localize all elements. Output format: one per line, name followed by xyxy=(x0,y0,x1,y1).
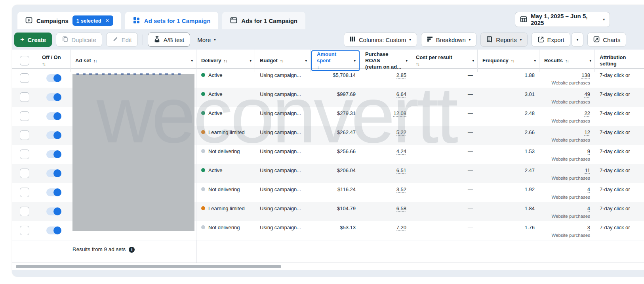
ad-set-toggle[interactable] xyxy=(46,207,61,215)
amount-spent-cell: $262.47 xyxy=(311,126,360,145)
roas-value[interactable]: 7.20 xyxy=(396,225,406,230)
chevron-down-icon: ▾ xyxy=(469,38,471,42)
chevron-down-icon[interactable]: ▾ xyxy=(191,59,193,63)
ad-set-toggle[interactable] xyxy=(46,74,61,82)
cost-per-result-cell: — xyxy=(411,164,478,183)
column-header-delivery[interactable]: Delivery↑↓ ▾ xyxy=(196,50,255,72)
row-checkbox[interactable] xyxy=(20,150,29,159)
chevron-down-icon[interactable]: ▾ xyxy=(250,59,252,63)
column-header-budget[interactable]: Budget↑↓ ▾ xyxy=(255,50,311,72)
column-header-amount-spent[interactable]: Amount spent ↓ ▾ xyxy=(311,50,360,71)
more-label: More xyxy=(197,36,211,43)
export-options-button[interactable]: ▾ xyxy=(572,33,584,47)
ad-set-toggle[interactable] xyxy=(46,226,61,234)
row-checkbox[interactable] xyxy=(20,207,29,216)
column-header-frequency[interactable]: Frequency↑↓ ▾ xyxy=(478,50,539,72)
results-value[interactable]: 11 xyxy=(585,167,591,173)
row-checkbox[interactable] xyxy=(20,130,29,140)
attribution-label: Attribution setting xyxy=(600,54,634,67)
ab-test-button[interactable]: A/B test xyxy=(148,33,191,47)
column-header-attribution[interactable]: Attribution setting xyxy=(595,50,644,72)
row-checkbox[interactable] xyxy=(20,111,29,121)
frequency-cell: 2.66 xyxy=(478,126,539,145)
chevron-down-icon[interactable]: ▾ xyxy=(406,59,408,63)
row-checkbox[interactable] xyxy=(20,226,29,235)
roas-value[interactable]: 5.22 xyxy=(396,129,406,135)
status-dot xyxy=(201,187,205,191)
ad-set-toggle[interactable] xyxy=(46,112,61,120)
tab-campaigns-label: Campaigns xyxy=(36,17,69,24)
attribution-cell: 7-day click or xyxy=(595,107,644,126)
status-dot xyxy=(201,111,205,115)
roas-value[interactable]: 6.51 xyxy=(396,167,406,173)
roas-value[interactable]: 3.52 xyxy=(396,186,406,192)
results-cell: 11Website purchases xyxy=(539,164,595,183)
cost-per-result-cell: — xyxy=(411,126,478,145)
tab-campaigns[interactable]: Campaigns 1 selected ✕ xyxy=(17,12,121,29)
tab-ads-label: Ads for 1 Campaign xyxy=(241,17,297,24)
reports-button[interactable]: Reports ▾ xyxy=(480,33,528,47)
export-icon xyxy=(537,36,544,44)
cost-per-result-cell: — xyxy=(411,183,478,202)
frequency-cell: 1.76 xyxy=(478,221,539,240)
duplicate-button[interactable]: Duplicate xyxy=(56,33,102,47)
breakdown-button[interactable]: Breakdown ▾ xyxy=(421,33,477,47)
horizontal-scrollbar-track[interactable] xyxy=(12,263,644,270)
row-checkbox[interactable] xyxy=(20,73,29,83)
ad-set-toggle[interactable] xyxy=(46,188,61,196)
roas-value[interactable]: 4.24 xyxy=(396,148,406,154)
chevron-down-icon[interactable]: ▾ xyxy=(589,59,591,63)
chevron-down-icon[interactable]: ▾ xyxy=(534,59,536,63)
column-header-cost-per-result[interactable]: Cost per result ↑↓ ▾ xyxy=(411,50,478,72)
clear-selection-icon[interactable]: ✕ xyxy=(105,18,109,23)
results-value[interactable]: 3 xyxy=(587,225,590,230)
roas-value[interactable]: 2.85 xyxy=(396,72,406,78)
columns-button[interactable]: Columns: Custom ▾ xyxy=(344,33,417,47)
row-checkbox[interactable] xyxy=(20,92,29,102)
results-value[interactable]: 4 xyxy=(587,205,590,211)
horizontal-scrollbar-thumb[interactable] xyxy=(16,265,281,268)
sort-icon: ↑↓ xyxy=(42,61,61,67)
ad-set-toggle[interactable] xyxy=(46,93,61,101)
tab-bar: Campaigns 1 selected ✕ Ad sets for 1 Cam… xyxy=(17,12,305,29)
roas-value[interactable]: 12.08 xyxy=(393,110,406,116)
sort-icon: ↑↓ xyxy=(565,58,569,64)
results-value[interactable]: 12 xyxy=(585,129,590,135)
ad-set-toggle[interactable] xyxy=(46,131,61,139)
info-icon[interactable]: i xyxy=(129,247,135,253)
export-button[interactable]: Export xyxy=(532,33,570,47)
chevron-down-icon[interactable]: ▾ xyxy=(472,59,474,63)
results-value[interactable]: 9 xyxy=(587,148,590,154)
chevron-down-icon[interactable]: ▾ xyxy=(305,59,307,63)
column-header-ad-set[interactable]: Ad set↑↓ ▾ xyxy=(70,50,196,72)
cost-per-result-cell: — xyxy=(411,202,478,221)
ad-set-toggle[interactable] xyxy=(46,150,61,158)
charts-button[interactable]: Charts xyxy=(587,33,626,47)
results-value[interactable]: 22 xyxy=(585,110,590,116)
results-value[interactable]: 138 xyxy=(581,72,590,78)
edit-button[interactable]: Edit xyxy=(106,33,138,47)
column-header-off-on[interactable]: Off / On ↑↓ xyxy=(37,50,70,72)
budget-cell: Using campaign... xyxy=(255,107,311,126)
tab-ads[interactable]: Ads for 1 Campaign xyxy=(222,12,305,29)
more-button[interactable]: More ▾ xyxy=(194,33,219,47)
chevron-down-icon[interactable]: ▾ xyxy=(354,59,356,63)
date-range-button[interactable]: May 1, 2025 – Jun 5, 2025 ▾ xyxy=(515,12,610,27)
redacted-ad-set-names xyxy=(72,74,194,231)
cost-per-result-cell: — xyxy=(411,107,478,126)
results-subtext: Website purchases xyxy=(544,175,590,182)
ad-set-toggle[interactable] xyxy=(46,169,61,177)
select-all-checkbox[interactable] xyxy=(20,56,29,65)
row-checkbox[interactable] xyxy=(20,169,29,178)
tab-ad-sets[interactable]: Ad sets for 1 Campaign xyxy=(125,12,219,29)
results-value[interactable]: 4 xyxy=(587,186,590,192)
create-button[interactable]: + Create xyxy=(14,33,52,47)
roas-value[interactable]: 6.58 xyxy=(396,205,406,211)
delivery-cell: Active xyxy=(196,88,255,107)
roas-value[interactable]: 6.64 xyxy=(396,91,406,97)
results-cell: 3Website purchases xyxy=(539,221,595,240)
results-value[interactable]: 49 xyxy=(585,91,590,97)
column-header-results[interactable]: Results↑↓ ▾ xyxy=(539,50,595,72)
row-checkbox[interactable] xyxy=(20,188,29,197)
column-header-purchase-roas[interactable]: Purchase ROAS (return on ad... ▾ xyxy=(360,50,411,72)
